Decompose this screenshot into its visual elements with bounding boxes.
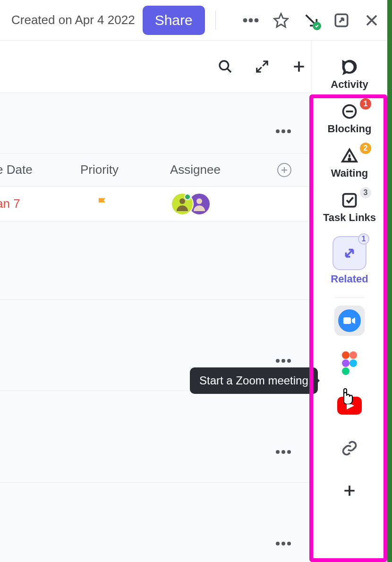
section-more-icon[interactable]: [275, 127, 291, 136]
svg-point-16: [287, 450, 291, 454]
tooltip: Start a Zoom meeting: [190, 367, 318, 394]
svg-point-8: [287, 129, 291, 133]
svg-point-11: [276, 359, 280, 363]
sidebar-item-label: Activity: [331, 78, 368, 91]
divider: [215, 11, 216, 30]
due-date-cell[interactable]: an 7: [0, 196, 20, 211]
zoom-icon: [343, 316, 356, 325]
plus-icon: [342, 483, 357, 498]
col-assignee-label: Assignee: [170, 162, 221, 177]
svg-point-26: [342, 359, 349, 367]
link-app-button[interactable]: [334, 433, 365, 463]
sidebar-item-activity[interactable]: Activity: [312, 52, 387, 95]
col-priority-label: Priority: [80, 162, 119, 177]
star-icon[interactable]: [273, 12, 289, 28]
add-column-button[interactable]: [277, 163, 291, 177]
tray-download-icon[interactable]: [303, 12, 319, 28]
expand-window-icon[interactable]: [333, 12, 349, 28]
add-app-button[interactable]: [334, 476, 365, 506]
section-more-icon[interactable]: [275, 448, 291, 456]
link-icon: [341, 440, 358, 457]
svg-point-1: [249, 18, 253, 22]
presence-dot: [184, 194, 191, 200]
sidebar-item-label: Task Links: [323, 212, 376, 224]
col-date-label: e Date: [0, 162, 33, 177]
svg-point-10: [196, 198, 202, 204]
svg-point-9: [179, 198, 185, 204]
figma-app-button[interactable]: [334, 348, 365, 378]
divider: [335, 298, 364, 298]
swap-icon: [341, 245, 358, 262]
close-icon[interactable]: [364, 12, 380, 28]
section-more-icon[interactable]: [275, 539, 291, 548]
check-square-icon: [341, 192, 358, 209]
column-headers: e Date Priority Assignee: [0, 153, 311, 187]
sidebar-item-tasklinks[interactable]: 3 Task Links: [312, 185, 387, 229]
blocking-icon: [341, 103, 358, 120]
svg-point-21: [349, 159, 350, 161]
assignee-avatars[interactable]: [171, 193, 211, 215]
svg-point-12: [281, 359, 285, 363]
badge: 1: [360, 98, 371, 110]
svg-point-14: [276, 450, 280, 454]
svg-point-0: [243, 18, 247, 22]
svg-rect-23: [343, 317, 351, 324]
svg-point-27: [349, 359, 357, 367]
search-icon[interactable]: [217, 59, 233, 75]
badge: 2: [360, 143, 371, 154]
svg-point-7: [281, 129, 285, 133]
sidebar-item-related[interactable]: 1 Related: [312, 230, 387, 290]
svg-point-6: [276, 129, 280, 133]
sidebar-item-label: Blocking: [328, 123, 372, 135]
svg-point-2: [255, 18, 258, 22]
figma-icon: [341, 351, 358, 375]
created-on-label: Created on Apr 4 2022: [11, 13, 135, 27]
chat-icon: [341, 59, 358, 76]
header-bar: Created on Apr 4 2022 Share: [0, 0, 392, 41]
svg-point-19: [287, 542, 291, 545]
table-row[interactable]: an 7: [0, 187, 311, 221]
sidebar-item-waiting[interactable]: 2 Waiting: [312, 141, 387, 184]
more-menu-button[interactable]: [243, 12, 259, 28]
window-edge: [387, 0, 392, 562]
youtube-icon: [337, 397, 362, 415]
svg-marker-3: [274, 13, 288, 26]
zoom-app-button[interactable]: [334, 306, 365, 336]
svg-point-28: [342, 367, 349, 375]
svg-point-24: [342, 351, 349, 359]
svg-point-17: [276, 542, 280, 545]
svg-point-18: [281, 542, 285, 545]
youtube-app-button[interactable]: [334, 391, 365, 421]
svg-point-13: [287, 359, 291, 363]
badge: 1: [358, 233, 369, 245]
svg-point-25: [349, 351, 357, 359]
svg-point-15: [281, 450, 285, 454]
avatar[interactable]: [171, 193, 194, 215]
sidebar-item-label: Waiting: [331, 167, 368, 179]
badge: 3: [360, 187, 371, 198]
main-pane: e Date Priority Assignee an 7: [0, 93, 311, 562]
related-tile[interactable]: 1: [332, 236, 366, 270]
priority-flag-icon[interactable]: [96, 196, 109, 212]
sidebar-item-label: Related: [331, 273, 368, 285]
warning-icon: [341, 147, 358, 164]
share-button[interactable]: Share: [143, 6, 205, 35]
section-more-icon[interactable]: [275, 357, 291, 365]
sidebar-item-blocking[interactable]: 1 Blocking: [312, 96, 387, 140]
svg-point-5: [220, 61, 229, 70]
expand-icon[interactable]: [254, 59, 270, 75]
right-sidebar: Activity 1 Blocking 2 Waiting 3 Task Lin…: [311, 41, 387, 562]
add-button[interactable]: [291, 59, 307, 75]
